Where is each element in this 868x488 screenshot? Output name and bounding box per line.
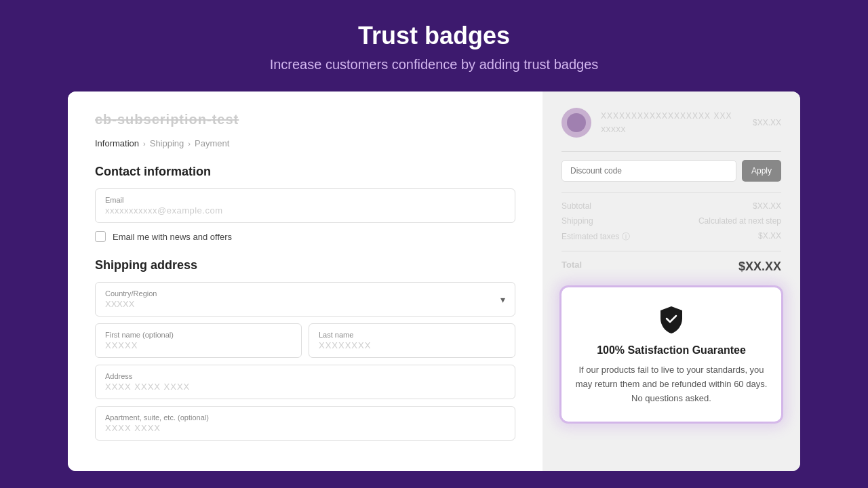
total-label: Total bbox=[561, 260, 582, 274]
page-subtitle: Increase customers confidence by adding … bbox=[14, 57, 854, 73]
address-label: Address bbox=[105, 372, 505, 380]
page-title: Trust badges bbox=[14, 22, 854, 50]
email-checkbox[interactable] bbox=[95, 231, 106, 242]
trust-badge-card: 100% Satisfaction Guarantee If our produ… bbox=[561, 287, 781, 422]
checkout-wrapper: cb-subscription-test Information › Shipp… bbox=[68, 92, 800, 471]
breadcrumb: Information › Shipping › Payment bbox=[95, 138, 515, 148]
chevron-down-icon: ▾ bbox=[500, 294, 505, 305]
first-name-label: First name (optional) bbox=[105, 331, 292, 339]
email-checkbox-label: Email me with news and offers bbox=[113, 232, 232, 242]
apt-label: Apartment, suite, etc. (optional) bbox=[105, 413, 505, 422]
shipping-value: Calculated at next step bbox=[698, 216, 781, 226]
shipping-section-title: Shipping address bbox=[95, 258, 515, 272]
country-region-select[interactable]: Country/Region XXXXX ▾ bbox=[95, 282, 515, 317]
coupon-input[interactable] bbox=[561, 160, 736, 182]
email-label: Email bbox=[105, 196, 505, 204]
total-value: $XX.XX bbox=[738, 260, 781, 274]
name-row: First name (optional) XXXXX Last name XX… bbox=[95, 323, 515, 358]
chevron-icon-2: › bbox=[188, 140, 191, 148]
trust-badge-text: If our products fail to live to your sta… bbox=[575, 363, 768, 405]
coupon-apply-button[interactable]: Apply bbox=[742, 160, 781, 182]
coupon-row: Apply bbox=[561, 160, 781, 182]
total-row: Total $XX.XX bbox=[561, 260, 781, 274]
first-name-value: XXXXX bbox=[105, 340, 292, 350]
chevron-icon-1: › bbox=[143, 140, 146, 148]
subtotal-value: $XX.XX bbox=[753, 201, 781, 211]
first-name-field[interactable]: First name (optional) XXXXX bbox=[95, 323, 302, 358]
divider-2 bbox=[561, 192, 781, 193]
subtotal-row: Subtotal $XX.XX bbox=[561, 201, 781, 211]
order-item-price: $XX.XX bbox=[753, 118, 781, 127]
main-container: cb-subscription-test Information › Shipp… bbox=[0, 92, 868, 471]
taxes-row: Estimated taxes ⓘ $X.XX bbox=[561, 231, 781, 243]
order-item-name: XXXXXXXXXXXXXXXXXX XXX bbox=[601, 111, 743, 121]
taxes-label: Estimated taxes ⓘ bbox=[561, 231, 630, 243]
address-value: XXXX XXXX XXXX bbox=[105, 382, 505, 392]
shipping-label: Shipping bbox=[561, 216, 593, 226]
last-name-value: XXXXXXXX bbox=[319, 340, 505, 350]
divider-1 bbox=[561, 151, 781, 152]
breadcrumb-shipping[interactable]: Shipping bbox=[150, 138, 184, 148]
left-panel: cb-subscription-test Information › Shipp… bbox=[68, 92, 542, 471]
taxes-value: $X.XX bbox=[758, 231, 781, 243]
shield-icon-wrapper bbox=[575, 304, 768, 336]
email-checkbox-row: Email me with news and offers bbox=[95, 231, 515, 242]
breadcrumb-payment[interactable]: Payment bbox=[195, 138, 229, 148]
page-header: Trust badges Increase customers confiden… bbox=[0, 0, 868, 92]
trust-badge-title: 100% Satisfaction Guarantee bbox=[575, 344, 768, 357]
order-item: XXXXXXXXXXXXXXXXXX XXX XXXXX $XX.XX bbox=[561, 108, 781, 138]
last-name-field[interactable]: Last name XXXXXXXX bbox=[309, 323, 515, 358]
shipping-row: Shipping Calculated at next step bbox=[561, 216, 781, 226]
order-item-avatar bbox=[561, 108, 591, 138]
subtotal-label: Subtotal bbox=[561, 201, 591, 211]
right-panel: XXXXXXXXXXXXXXXXXX XXX XXXXX $XX.XX Appl… bbox=[542, 92, 800, 471]
country-label: Country/Region bbox=[105, 289, 157, 298]
apt-value: XXXX XXXX bbox=[105, 423, 505, 433]
address-field[interactable]: Address XXXX XXXX XXXX bbox=[95, 365, 515, 399]
divider-3 bbox=[561, 251, 781, 251]
order-item-sub: XXXXX bbox=[601, 125, 626, 134]
order-item-details: XXXXXXXXXXXXXXXXXX XXX XXXXX bbox=[601, 111, 743, 135]
email-field[interactable]: Email xxxxxxxxxxx@example.com bbox=[95, 188, 515, 223]
email-value: xxxxxxxxxxx@example.com bbox=[105, 205, 505, 216]
store-name: cb-subscription-test bbox=[95, 112, 515, 127]
last-name-label: Last name bbox=[319, 331, 505, 339]
contact-section-title: Contact information bbox=[95, 165, 515, 179]
apt-field[interactable]: Apartment, suite, etc. (optional) XXXX X… bbox=[95, 406, 515, 441]
shield-check-icon bbox=[656, 304, 686, 333]
country-value: XXXXX bbox=[105, 299, 157, 309]
breadcrumb-information[interactable]: Information bbox=[95, 138, 139, 148]
